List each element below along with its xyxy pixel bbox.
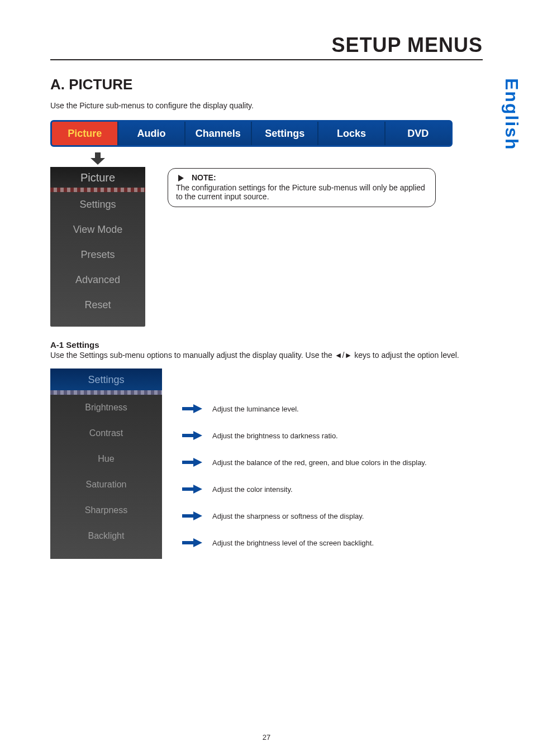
picture-submenu-separator — [50, 188, 145, 192]
desc-contrast: Adjust the brightness to darkness ratio. — [212, 432, 338, 440]
note-triangle-icon — [178, 174, 184, 183]
settings-item-contrast[interactable]: Contrast — [50, 420, 162, 446]
note-lead: NOTE: — [192, 173, 216, 182]
desc-brightness: Adjust the luminance level. — [212, 405, 299, 413]
tab-picture[interactable]: Picture — [52, 122, 118, 145]
svg-marker-3 — [193, 404, 202, 413]
page-number: 27 — [263, 733, 270, 741]
tab-settings[interactable]: Settings — [252, 122, 318, 145]
settings-panel-separator — [50, 390, 162, 395]
settings-item-sharpness[interactable]: Sharpness — [50, 497, 162, 523]
settings-item-saturation[interactable]: Saturation — [50, 472, 162, 497]
top-menu-bar: Picture Audio Channels Settings Locks DV… — [50, 120, 453, 147]
page-title: SETUP MENUS — [332, 34, 483, 56]
desc-saturation: Adjust the color intensity. — [212, 485, 293, 494]
settings-item-hue[interactable]: Hue — [50, 446, 162, 472]
arrow-right-icon — [182, 431, 202, 440]
a1-heading: A-1 Settings — [50, 340, 483, 350]
submenu-item-reset[interactable]: Reset — [50, 293, 145, 318]
svg-rect-6 — [182, 461, 193, 464]
down-arrow-icon — [50, 151, 145, 166]
svg-rect-12 — [182, 541, 193, 544]
note-body: The configuration settings for the Pictu… — [176, 183, 427, 201]
desc-hue: Adjust the balance of the red, green, an… — [212, 458, 427, 467]
svg-marker-13 — [193, 538, 202, 547]
submenu-item-settings[interactable]: Settings — [50, 192, 145, 217]
svg-marker-11 — [193, 511, 202, 520]
tab-locks[interactable]: Locks — [318, 122, 385, 145]
tab-audio[interactable]: Audio — [118, 122, 185, 145]
a1-intro: Use the Settings sub-menu options to man… — [50, 351, 483, 360]
svg-marker-5 — [193, 431, 202, 440]
svg-marker-1 — [178, 175, 184, 181]
arrow-right-icon — [182, 404, 202, 413]
section-heading-picture: A. PICTURE — [50, 76, 483, 93]
settings-panel: Settings Brightness Contrast Hue Saturat… — [50, 369, 162, 559]
tab-dvd[interactable]: DVD — [386, 122, 451, 145]
svg-rect-2 — [182, 407, 193, 410]
svg-rect-4 — [182, 434, 193, 437]
note-box: NOTE: The configuration settings for the… — [168, 168, 436, 207]
arrow-right-icon — [182, 458, 202, 467]
picture-submenu-header: Picture — [50, 167, 145, 188]
svg-marker-9 — [193, 485, 202, 494]
desc-sharpness: Adjust the sharpness or softness of the … — [212, 512, 364, 520]
section-intro: Use the Picture sub-menus to configure t… — [50, 101, 483, 110]
svg-rect-10 — [182, 514, 193, 518]
svg-marker-7 — [193, 458, 202, 467]
tab-channels[interactable]: Channels — [185, 122, 252, 145]
submenu-item-viewmode[interactable]: View Mode — [50, 217, 145, 242]
svg-rect-8 — [182, 487, 193, 491]
desc-backlight: Adjust the brightness level of the scree… — [212, 539, 374, 547]
arrow-right-icon — [182, 538, 202, 547]
settings-item-backlight[interactable]: Backlight — [50, 523, 162, 549]
arrow-right-icon — [182, 485, 202, 494]
submenu-item-advanced[interactable]: Advanced — [50, 267, 145, 293]
svg-marker-0 — [91, 152, 105, 165]
arrow-right-icon — [182, 511, 202, 520]
side-tab-english: English — [501, 78, 522, 151]
settings-item-brightness[interactable]: Brightness — [50, 395, 162, 420]
settings-panel-header: Settings — [50, 369, 162, 390]
submenu-item-presets[interactable]: Presets — [50, 242, 145, 267]
picture-submenu-panel: Picture Settings View Mode Presets Advan… — [50, 167, 145, 327]
